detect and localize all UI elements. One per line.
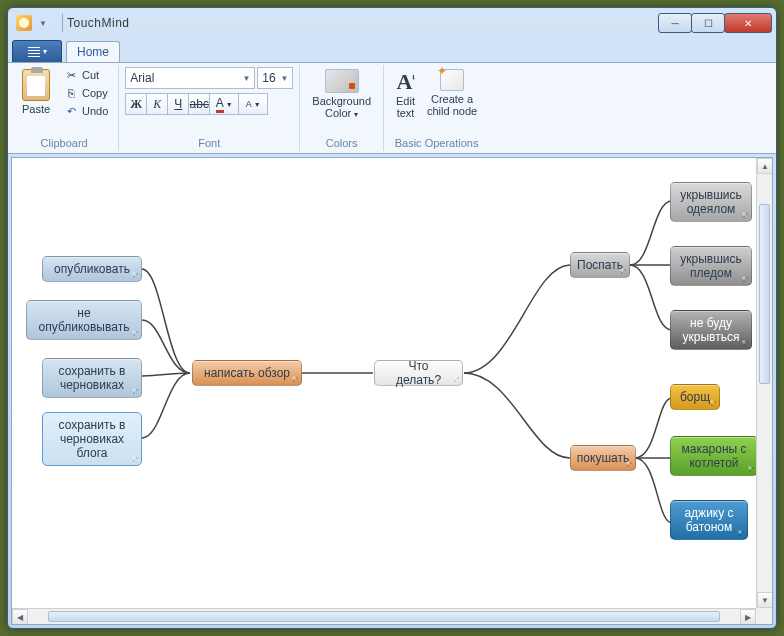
scrollbar-vertical[interactable]: ▲ ▼ [756, 158, 772, 608]
group-colors: Background Color ▾ Colors [300, 65, 384, 151]
font-size-value: 16 [262, 71, 275, 85]
node-blanket[interactable]: укрывшись одеялом [670, 182, 752, 222]
strikethrough-button[interactable]: abc [188, 93, 210, 115]
scrollbar-horizontal[interactable]: ◀ ▶ [12, 608, 756, 624]
scroll-down-button[interactable]: ▼ [757, 592, 773, 608]
group-ops-label: Basic Operations [390, 135, 483, 151]
app-window: ▼ TouchMind ─ ☐ ✕ ▾ Home Paste ✂ [7, 7, 777, 629]
copy-label: Copy [82, 87, 108, 99]
copy-icon: ⎘ [64, 86, 78, 100]
scroll-thumb-v[interactable] [759, 204, 770, 384]
node-publish[interactable]: опубликовать [42, 256, 142, 282]
cut-icon: ✂ [64, 68, 78, 82]
scroll-track-h[interactable] [28, 609, 740, 624]
menu-icon [28, 47, 40, 57]
app-icon [16, 15, 32, 31]
maximize-button[interactable]: ☐ [691, 13, 725, 33]
child-label-2: child node [427, 105, 477, 117]
edit-text-button[interactable]: Aⁱ Edit text [390, 67, 421, 121]
quick-access-dropdown[interactable]: ▼ [36, 16, 50, 30]
chevron-down-icon: ▼ [242, 74, 250, 83]
font-size-combo[interactable]: 16 ▼ [257, 67, 293, 89]
edit-label-1: Edit [396, 95, 415, 107]
font-color-button[interactable]: A▼ [209, 93, 239, 115]
undo-icon: ↶ [64, 104, 78, 118]
underline-button[interactable]: Ч [167, 93, 189, 115]
group-clipboard: Paste ✂ Cut ⎘ Copy ↶ Undo [10, 65, 119, 151]
close-button[interactable]: ✕ [724, 13, 772, 33]
ribbon: Paste ✂ Cut ⎘ Copy ↶ Undo [8, 62, 776, 154]
node-pasta[interactable]: макароны с котлетой [670, 436, 758, 476]
scrollbar-corner [756, 608, 772, 624]
scroll-track-v[interactable] [757, 174, 772, 592]
scroll-right-button[interactable]: ▶ [740, 609, 756, 625]
edit-text-icon: Aⁱ [397, 69, 415, 95]
node-borsch[interactable]: борщ [670, 384, 720, 410]
cut-label: Cut [82, 69, 99, 81]
node-save-drafts[interactable]: сохранить в черновиках [42, 358, 142, 398]
font-name-combo[interactable]: Arial ▼ [125, 67, 255, 89]
node-write-review[interactable]: написать обзор [192, 360, 302, 386]
chevron-down-icon: ▼ [280, 74, 288, 83]
workspace: Что делать? написать обзор опубликовать … [11, 157, 773, 625]
group-font: Arial ▼ 16 ▼ Ж К Ч abc A▼ [119, 65, 300, 151]
group-clipboard-label: Clipboard [16, 135, 112, 151]
create-child-button[interactable]: Create a child node [421, 67, 483, 119]
bold-button[interactable]: Ж [125, 93, 147, 115]
node-adjika[interactable]: аджику с батоном [670, 500, 748, 540]
node-save-blog-drafts[interactable]: сохранить в черновиках блога [42, 412, 142, 466]
bg-color-label-1: Background [312, 95, 371, 107]
background-color-button[interactable]: Background Color ▾ [306, 67, 377, 121]
undo-label: Undo [82, 105, 108, 117]
node-dont-publish[interactable]: не опубликовывать [26, 300, 142, 340]
node-root[interactable]: Что делать? [374, 360, 463, 386]
bg-color-label-2: Color ▾ [325, 107, 358, 119]
create-child-icon [440, 69, 464, 91]
tab-home[interactable]: Home [66, 41, 120, 62]
separator [62, 14, 63, 32]
group-font-label: Font [125, 135, 293, 151]
paste-label: Paste [22, 103, 50, 115]
minimize-button[interactable]: ─ [658, 13, 692, 33]
node-no-cover[interactable]: не буду укрывться [670, 310, 752, 350]
font-name-value: Arial [130, 71, 154, 85]
node-plaid[interactable]: укрывшись пледом [670, 246, 752, 286]
window-title: TouchMind [67, 16, 130, 30]
titlebar[interactable]: ▼ TouchMind ─ ☐ ✕ [8, 8, 776, 38]
paste-button[interactable]: Paste [16, 67, 56, 117]
paste-icon [22, 69, 50, 101]
child-label-1: Create a [431, 93, 473, 105]
italic-button[interactable]: К [146, 93, 168, 115]
app-menu-button[interactable]: ▾ [12, 40, 62, 62]
scroll-left-button[interactable]: ◀ [12, 609, 28, 625]
scroll-thumb-h[interactable] [48, 611, 720, 622]
tab-row: ▾ Home [8, 38, 776, 62]
copy-button[interactable]: ⎘ Copy [60, 85, 112, 101]
undo-button[interactable]: ↶ Undo [60, 103, 112, 119]
node-sleep[interactable]: Поспать [570, 252, 630, 278]
cut-button[interactable]: ✂ Cut [60, 67, 112, 83]
node-eat[interactable]: покушать [570, 445, 636, 471]
group-colors-label: Colors [306, 135, 377, 151]
edit-label-2: text [397, 107, 415, 119]
background-color-icon [325, 69, 359, 93]
font-size-inc-button[interactable]: A▼ [238, 93, 268, 115]
canvas[interactable]: Что делать? написать обзор опубликовать … [12, 158, 756, 608]
group-basic-ops: Aⁱ Edit text Create a child node Basic O… [384, 65, 489, 151]
scroll-up-button[interactable]: ▲ [757, 158, 773, 174]
